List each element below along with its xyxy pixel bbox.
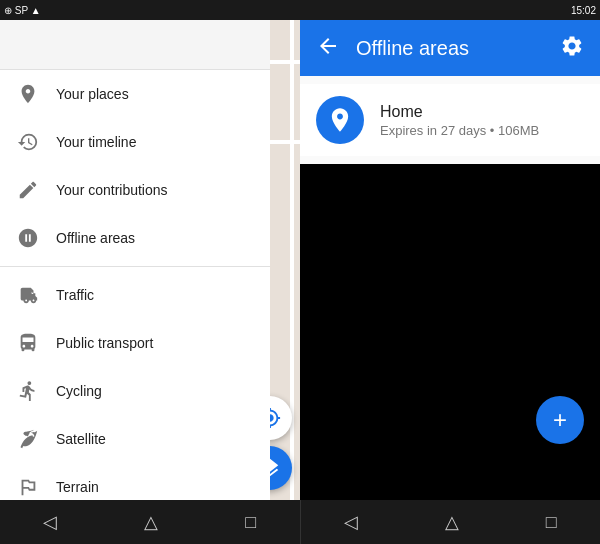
map-road bbox=[290, 20, 294, 500]
offline-areas-label: Offline areas bbox=[56, 230, 254, 246]
timeline-icon bbox=[16, 130, 40, 154]
pin-icon bbox=[16, 82, 40, 106]
drawer-items-list: Your places Your timeline Your con bbox=[0, 70, 270, 500]
drawer-item-public-transport[interactable]: Public transport bbox=[0, 319, 270, 367]
drawer-item-your-timeline[interactable]: Your timeline bbox=[0, 118, 270, 166]
status-time: 15:02 bbox=[571, 5, 596, 16]
offline-area-info: Home Expires in 27 days • 106MB bbox=[380, 103, 584, 138]
map-road bbox=[270, 60, 300, 64]
recents-nav-button[interactable]: □ bbox=[233, 504, 268, 541]
status-bar: ⊕ SP ▲ 15:02 bbox=[0, 0, 600, 20]
terrain-icon bbox=[16, 475, 40, 499]
satellite-label: Satellite bbox=[56, 431, 254, 447]
drawer-item-your-places[interactable]: Your places bbox=[0, 70, 270, 118]
terrain-label: Terrain bbox=[56, 479, 254, 495]
offline-header: Offline areas bbox=[300, 20, 600, 76]
main-content: Your places Your timeline Your con bbox=[0, 20, 600, 500]
drawer-item-your-contributions[interactable]: Your contributions bbox=[0, 166, 270, 214]
offline-content: Home Expires in 27 days • 106MB bbox=[300, 76, 600, 164]
traffic-label: Traffic bbox=[56, 287, 254, 303]
plus-icon: + bbox=[553, 406, 567, 434]
offline-panel: Offline areas Home Expire bbox=[300, 20, 600, 164]
location-fab[interactable] bbox=[270, 396, 292, 440]
status-left-icons: ⊕ SP ▲ bbox=[4, 5, 41, 16]
bottom-nav-left: ◁ △ □ bbox=[0, 500, 300, 544]
contributions-icon bbox=[16, 178, 40, 202]
bike-icon bbox=[16, 379, 40, 403]
offline-area-icon bbox=[316, 96, 364, 144]
offline-area-item[interactable]: Home Expires in 27 days • 106MB bbox=[300, 84, 600, 156]
drawer-item-terrain[interactable]: Terrain bbox=[0, 463, 270, 500]
offline-panel-wrapper: Offline areas Home Expire bbox=[300, 20, 600, 500]
add-offline-area-button[interactable]: + bbox=[536, 396, 584, 444]
public-transport-label: Public transport bbox=[56, 335, 254, 351]
drawer-divider-1 bbox=[0, 266, 270, 267]
drawer-panel: Your places Your timeline Your con bbox=[0, 20, 270, 500]
back-nav-button[interactable]: ◁ bbox=[31, 503, 69, 541]
map-background bbox=[270, 20, 300, 500]
home-nav-button[interactable]: △ bbox=[132, 503, 170, 541]
drawer-item-offline-areas[interactable]: Offline areas bbox=[0, 214, 270, 262]
offline-title: Offline areas bbox=[356, 37, 544, 60]
status-right-icons: 15:02 bbox=[571, 5, 596, 16]
bottom-navigation: ◁ △ □ ◁ △ □ bbox=[0, 500, 600, 544]
your-contributions-label: Your contributions bbox=[56, 182, 254, 198]
home-nav-button-right[interactable]: △ bbox=[433, 503, 471, 541]
drawer-header bbox=[0, 20, 270, 70]
your-timeline-label: Your timeline bbox=[56, 134, 254, 150]
layers-fab[interactable] bbox=[270, 446, 292, 490]
offline-area-name: Home bbox=[380, 103, 584, 121]
bus-icon bbox=[16, 331, 40, 355]
bottom-nav-right: ◁ △ □ bbox=[301, 500, 601, 544]
status-icons-left: ⊕ SP ▲ bbox=[4, 5, 41, 16]
cycling-label: Cycling bbox=[56, 383, 254, 399]
back-button[interactable] bbox=[316, 34, 340, 63]
satellite-icon bbox=[16, 427, 40, 451]
drawer-item-traffic[interactable]: Traffic bbox=[0, 271, 270, 319]
traffic-icon bbox=[16, 283, 40, 307]
recents-nav-button-right[interactable]: □ bbox=[534, 504, 569, 541]
offline-area-meta: Expires in 27 days • 106MB bbox=[380, 123, 584, 138]
offline-icon bbox=[16, 226, 40, 250]
your-places-label: Your places bbox=[56, 86, 254, 102]
drawer-item-cycling[interactable]: Cycling bbox=[0, 367, 270, 415]
settings-button[interactable] bbox=[560, 34, 584, 63]
back-nav-button-right[interactable]: ◁ bbox=[332, 503, 370, 541]
map-road bbox=[270, 140, 300, 144]
drawer-item-satellite[interactable]: Satellite bbox=[0, 415, 270, 463]
